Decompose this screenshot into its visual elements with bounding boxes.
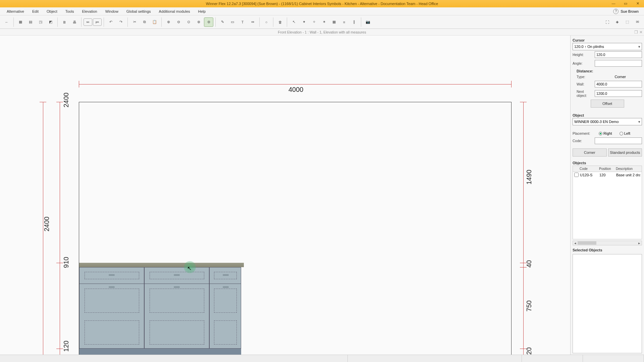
menu-help[interactable]: Help xyxy=(194,8,210,15)
radio-icon xyxy=(620,132,623,135)
tab-restore-icon[interactable]: ❐ xyxy=(634,30,638,35)
delete-button[interactable]: 🗑 xyxy=(275,17,285,27)
table-row[interactable]: U120-S 120 Base unit 2 drawe xyxy=(573,172,642,178)
table-scrollbar[interactable]: ◂ ▸ xyxy=(573,241,642,245)
row-checkbox[interactable] xyxy=(574,173,579,177)
menu-tools[interactable]: Tools xyxy=(61,8,78,15)
col-description: Description xyxy=(614,166,642,172)
sc-button[interactable]: sc xyxy=(84,18,92,26)
text-button[interactable]: T xyxy=(238,17,247,27)
tab-close-icon[interactable]: ✕ xyxy=(639,30,643,35)
save-button[interactable]: 🗎 xyxy=(60,17,69,27)
selected-objects-heading: Selected Objects xyxy=(573,248,642,252)
col-code: Code xyxy=(578,166,598,172)
next-object-label: Next object: xyxy=(577,89,593,98)
row-description: Base unit 2 drawe xyxy=(616,173,640,177)
radio-icon xyxy=(599,132,602,135)
dim-tick xyxy=(56,349,63,349)
undo-button[interactable]: ↶ xyxy=(106,17,115,27)
height-input[interactable] xyxy=(595,51,642,58)
placement-right-radio[interactable]: Right xyxy=(599,131,612,135)
share-button[interactable]: ◈ xyxy=(612,17,622,27)
print-button[interactable]: 🖶 xyxy=(70,17,79,27)
menu-window[interactable]: Window xyxy=(101,8,122,15)
standard-products-button[interactable]: Standard products xyxy=(608,148,642,157)
wall-input[interactable] xyxy=(595,81,642,87)
scroll-left-icon[interactable]: ◂ xyxy=(573,241,578,245)
dim-tick xyxy=(79,81,79,87)
circle-tool-button[interactable]: ○ xyxy=(262,17,271,27)
zoom-fit-button[interactable]: ⊙ xyxy=(184,17,193,27)
paste-button[interactable]: 📋 xyxy=(150,17,159,27)
scroll-thumb[interactable] xyxy=(578,241,596,245)
annotate-button[interactable]: ✎ xyxy=(218,17,227,27)
view-elevation-button[interactable]: ▤ xyxy=(26,17,35,27)
scroll-right-icon[interactable]: ▸ xyxy=(637,241,642,245)
cut-button[interactable]: ✂ xyxy=(130,17,139,27)
placement-label: Placement: xyxy=(573,131,596,135)
object-select[interactable]: WINNER 0000-3 EN Demo ▾ xyxy=(573,118,642,125)
screenshot-button[interactable]: ⛶ xyxy=(602,17,612,27)
help-icon[interactable]: ? xyxy=(613,9,619,14)
back-button[interactable]: ← xyxy=(2,17,11,27)
type-value: Corner xyxy=(601,75,642,79)
drawing-canvas[interactable]: 4000 2400 2400 910 120 1490 40 750 xyxy=(0,36,570,355)
close-button[interactable]: ✕ xyxy=(633,1,643,6)
dimension-button[interactable]: ⇔ xyxy=(248,17,257,27)
chevron-down-icon: ▾ xyxy=(638,45,640,49)
offset-button[interactable]: Offset xyxy=(591,100,624,108)
code-input[interactable] xyxy=(595,137,642,144)
menu-elevation[interactable]: Elevation xyxy=(78,8,101,15)
angle-input[interactable] xyxy=(595,60,642,67)
zoom-window-button[interactable]: ⊗ xyxy=(194,17,203,27)
dim-right-750: 750 xyxy=(525,300,533,311)
corner-button[interactable]: Corner xyxy=(573,148,607,157)
minimize-button[interactable]: — xyxy=(608,1,619,6)
zoom-extents-button[interactable]: ⊚ xyxy=(204,17,213,27)
menu-additional-modules[interactable]: Additional modules xyxy=(155,8,194,15)
drawer-internal xyxy=(150,320,204,345)
menu-global-settings[interactable]: Global settings xyxy=(122,8,155,15)
dim-tick xyxy=(56,263,63,263)
selected-objects-box xyxy=(573,254,642,353)
cabinet-divider xyxy=(144,267,145,349)
snap-3-button[interactable]: ✶ xyxy=(319,17,329,27)
export-button[interactable]: ⬚ xyxy=(623,17,632,27)
snap-2-button[interactable]: ✧ xyxy=(309,17,319,27)
menu-alternative[interactable]: Alternative xyxy=(3,8,28,15)
grid-button[interactable]: ▦ xyxy=(329,17,339,27)
user-name-label: Sue Brown xyxy=(621,9,639,13)
mail-button[interactable]: ✉ xyxy=(633,17,642,27)
menu-object[interactable]: Object xyxy=(43,8,61,15)
guides-button[interactable]: ∥ xyxy=(350,17,359,27)
dim-top-label: 4000 xyxy=(288,86,304,94)
menu-edit[interactable]: Edit xyxy=(28,8,43,15)
snap-1-button[interactable]: ✦ xyxy=(299,17,309,27)
align-button[interactable]: ≡ xyxy=(339,17,349,27)
next-object-input[interactable] xyxy=(595,90,642,97)
view-3d-button[interactable]: ◳ xyxy=(36,17,45,27)
toolbar: ← ▦ ▤ ◳ ◩ 🗎 🖶 sc pn ↶ ↷ ✂ ⧉ 📋 ⊕ ⊖ ⊙ ⊗ ⊚ … xyxy=(0,15,644,29)
zoom-in-button[interactable]: ⊕ xyxy=(164,17,173,27)
placement-left-radio[interactable]: Left xyxy=(620,131,630,135)
zoom-out-button[interactable]: ⊖ xyxy=(174,17,183,27)
drawer-internal xyxy=(214,289,237,313)
dim-right xyxy=(523,102,524,355)
copy-button[interactable]: ⧉ xyxy=(140,17,149,27)
cursor-select[interactable]: 120.0 ↑ On plinths ▾ xyxy=(573,43,642,50)
maximize-button[interactable]: ▭ xyxy=(621,1,631,6)
drawer-handle xyxy=(109,274,115,276)
view-tab-strip: Front Elevation - 1 : Wall - 1, Elevatio… xyxy=(0,29,644,36)
object-heading: Object xyxy=(573,113,642,117)
status-bar xyxy=(0,355,644,362)
dim-right-1490: 1490 xyxy=(525,170,533,185)
view-floorplan-button[interactable]: ▦ xyxy=(16,17,25,27)
camera-button[interactable]: 📷 xyxy=(363,17,373,27)
redo-button[interactable]: ↷ xyxy=(116,17,125,27)
pn-button[interactable]: pn xyxy=(93,18,102,26)
select-button[interactable]: ↖ xyxy=(289,17,299,27)
placement-right-label: Right xyxy=(603,131,612,135)
note-button[interactable]: ▭ xyxy=(228,17,237,27)
drawer-handle xyxy=(223,274,229,276)
view-perspective-button[interactable]: ◩ xyxy=(46,17,55,27)
